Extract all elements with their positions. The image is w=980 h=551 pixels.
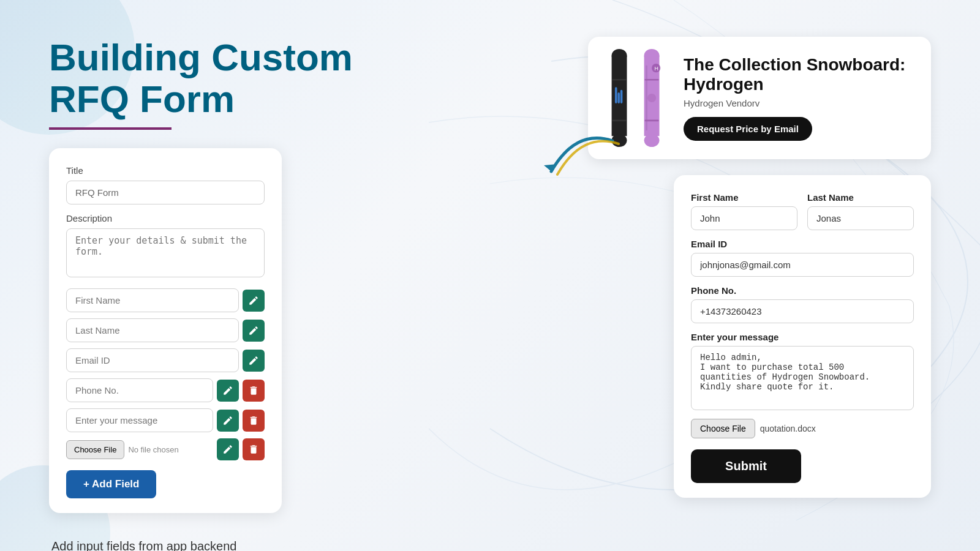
field-row-emailid <box>66 348 265 372</box>
svg-marker-0 <box>544 164 557 171</box>
svg-text:H: H <box>655 66 658 72</box>
rfq-phone-field: Phone No. <box>691 285 914 323</box>
phoneno-edit-btn[interactable] <box>217 380 239 402</box>
rfq-email-field: Email ID <box>691 239 914 277</box>
trash-icon <box>248 415 259 426</box>
title-input[interactable] <box>66 181 265 204</box>
rfq-email-label: Email ID <box>691 239 914 249</box>
file-row: Choose File No file chosen <box>66 438 265 460</box>
product-images: H <box>603 49 669 147</box>
rfq-file-name: quotation.docx <box>760 424 816 433</box>
rfq-file-choose-btn[interactable]: Choose File <box>691 419 755 438</box>
rfq-message-field: Enter your message Hello admin, I want t… <box>691 332 914 410</box>
form-builder-card: Title Description <box>49 148 282 513</box>
svg-rect-7 <box>612 79 627 81</box>
edit-icon <box>248 295 259 306</box>
right-inner: H The Collection Snowboard: Hydrogen Hyd… <box>588 37 931 498</box>
rfq-email-input[interactable] <box>691 253 914 277</box>
firstname-field-input[interactable] <box>66 288 239 312</box>
svg-rect-15 <box>645 120 659 122</box>
field-row-firstname <box>66 288 265 312</box>
description-field-label: Description <box>66 213 265 223</box>
rfq-phone-label: Phone No. <box>691 285 914 296</box>
rfq-firstname-label: First Name <box>691 192 797 203</box>
description-textarea[interactable] <box>66 228 265 277</box>
arrow-decoration <box>539 135 625 211</box>
black-snowboard <box>603 49 636 147</box>
edit-icon <box>248 355 259 366</box>
add-field-button[interactable]: + Add Field <box>66 470 156 498</box>
svg-rect-4 <box>615 87 617 103</box>
phoneno-delete-btn[interactable] <box>243 380 265 402</box>
svg-rect-14 <box>645 79 659 81</box>
file-no-chosen-text: No file chosen <box>128 445 213 454</box>
left-section: Building Custom RFQ Form Title Descripti… <box>49 37 514 551</box>
field-row-message <box>66 408 265 432</box>
rfq-lastname-input[interactable] <box>807 206 914 230</box>
message-field-input[interactable] <box>66 408 213 432</box>
rfq-firstname-field: First Name <box>691 192 797 230</box>
emailid-field-input[interactable] <box>66 348 239 372</box>
product-title: The Collection Snowboard: Hydrogen <box>684 55 916 94</box>
svg-rect-5 <box>617 92 620 103</box>
edit-icon <box>222 415 233 426</box>
product-card: H The Collection Snowboard: Hydrogen Hyd… <box>588 37 931 159</box>
right-section: H The Collection Snowboard: Hydrogen Hyd… <box>514 37 943 498</box>
lastname-edit-btn[interactable] <box>243 320 265 342</box>
rfq-file-row: Choose File quotation.docx <box>691 419 914 438</box>
content-wrapper: Building Custom RFQ Form Title Descripti… <box>0 0 980 551</box>
edit-icon <box>222 444 233 455</box>
rfq-form-card: First Name Last Name Email ID Phone <box>674 175 931 498</box>
svg-point-11 <box>644 134 660 147</box>
rfq-message-label: Enter your message <box>691 332 914 342</box>
rfq-firstname-input[interactable] <box>691 206 797 230</box>
edit-icon <box>222 385 233 396</box>
file-choose-btn[interactable]: Choose File <box>66 440 124 459</box>
phoneno-field-input[interactable] <box>66 378 213 402</box>
emailid-edit-btn[interactable] <box>243 350 265 372</box>
rfq-message-textarea[interactable]: Hello admin, I want to purchase total 50… <box>691 346 914 410</box>
purple-snowboard: H <box>635 49 669 147</box>
rfq-phone-input[interactable] <box>691 299 914 323</box>
svg-point-13 <box>647 94 656 102</box>
rfq-lastname-field: Last Name <box>807 192 914 230</box>
product-vendor: Hydrogen Vendorv <box>684 98 916 108</box>
bottom-caption: Add input fields from app backend & buil… <box>51 538 514 551</box>
product-info: The Collection Snowboard: Hydrogen Hydro… <box>684 55 916 141</box>
message-delete-btn[interactable] <box>243 410 265 432</box>
rfq-name-row: First Name Last Name <box>691 192 914 230</box>
edit-icon <box>248 325 259 336</box>
field-row-phoneno <box>66 378 265 402</box>
file-delete-btn[interactable] <box>243 438 265 460</box>
message-edit-btn[interactable] <box>217 410 239 432</box>
rfq-submit-button[interactable]: Submit <box>691 449 801 483</box>
field-row-lastname <box>66 318 265 342</box>
file-edit-btn[interactable] <box>217 438 239 460</box>
trash-icon <box>248 444 259 455</box>
svg-rect-8 <box>612 120 627 122</box>
title-field-label: Title <box>66 165 265 176</box>
trash-icon <box>248 385 259 396</box>
rfq-lastname-label: Last Name <box>807 192 914 203</box>
page-title: Building Custom RFQ Form <box>49 37 514 120</box>
title-underline <box>49 127 172 130</box>
request-price-button[interactable]: Request Price by Email <box>684 117 812 141</box>
lastname-field-input[interactable] <box>66 318 239 342</box>
firstname-edit-btn[interactable] <box>243 290 265 312</box>
svg-rect-6 <box>620 90 623 103</box>
